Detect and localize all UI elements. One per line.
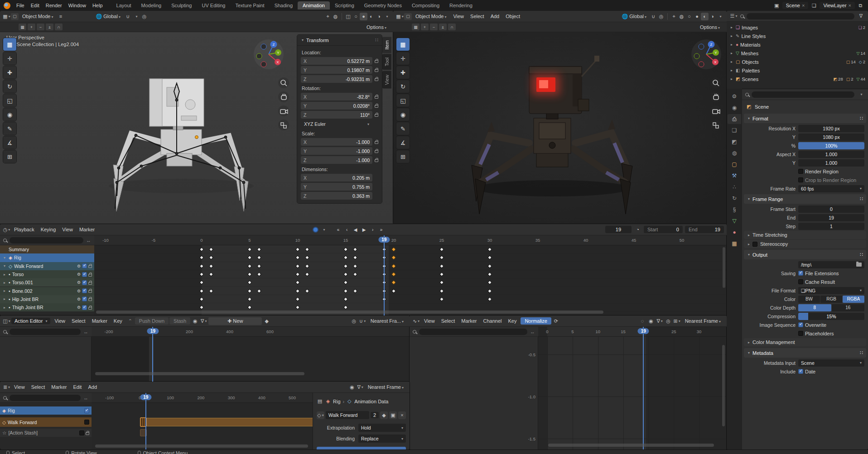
use-preview-range-icon[interactable]: ◔ [634, 226, 641, 234]
viewlayer-icon[interactable]: ❏ [810, 2, 818, 10]
nearest-frame-dropdown[interactable]: Nearest Frame▾ [682, 317, 724, 325]
walk-forward-strip-extension[interactable] [146, 418, 313, 426]
channel-lock-icon[interactable] [88, 282, 92, 285]
channel-enable-checkbox[interactable] [82, 280, 87, 285]
keyframe-lane[interactable] [94, 278, 727, 287]
sidebar-tab-item[interactable]: Item [382, 37, 391, 53]
transform-panel-header[interactable]: ▾ Transform ∷ [297, 35, 382, 46]
blending-dropdown[interactable]: Replace▾ [358, 435, 406, 443]
new-action-button[interactable]: ✚ New [208, 317, 262, 325]
normalize-button[interactable]: Normalize [521, 317, 551, 325]
menu-key[interactable]: Key [111, 317, 125, 325]
modifier-wrench-icon[interactable]: ⚙ [77, 272, 81, 277]
pan-hand-icon[interactable] [278, 91, 289, 102]
value-field-aspect-x[interactable]: 1.000 [798, 151, 864, 158]
dropdown-frame-rate[interactable]: 60 fps▾ [798, 185, 864, 192]
tool-options-dropdown[interactable]: Options▾ [363, 23, 390, 31]
shading-solid-icon[interactable]: ● [693, 13, 701, 20]
auto-keying-record-icon[interactable] [313, 228, 318, 232]
playhead-frame-badge[interactable]: 19 [147, 328, 159, 334]
channel-enable-checkbox[interactable] [82, 263, 87, 268]
proportional-edit-icon[interactable]: ◎ [140, 13, 148, 20]
snap-target-dropdown[interactable]: ▾ [132, 13, 140, 20]
keyframe-lane[interactable] [94, 262, 727, 270]
menu-select[interactable]: Select [68, 317, 89, 325]
channel-walk-forward[interactable]: ▾◇Walk Forward⚙ [0, 262, 94, 270]
pivot-dropdown[interactable]: ⊞▾ [673, 317, 681, 325]
workspace-tab-animation[interactable]: Animation [298, 1, 330, 10]
channel-lock-icon[interactable] [88, 274, 92, 277]
tool-rotate[interactable]: ↻ [396, 80, 410, 93]
editor-type-icon[interactable]: ◷▾ [3, 226, 10, 234]
rotation-z-field[interactable]: Z110° [301, 111, 372, 119]
select-mode-subtract[interactable]: − [430, 24, 438, 30]
extrapolation-dropdown[interactable]: Hold▾ [358, 424, 406, 432]
dropdown-file-format[interactable]: ❏ PNG▾ [798, 287, 864, 294]
menu-edit[interactable]: Edit [28, 1, 43, 10]
section-format[interactable]: ▾Format∷ [744, 114, 866, 123]
nla-track-actionstash[interactable]: ☆[Action Stash] [0, 429, 92, 437]
graph-ruler[interactable]: -50510152530 [538, 327, 727, 337]
zoom-icon[interactable] [710, 77, 721, 88]
properties-tab-world[interactable]: ◍ [728, 148, 741, 158]
workspace-tab-texture-paint[interactable]: Texture Paint [230, 1, 269, 10]
workspace-tab-layout[interactable]: Layout [111, 1, 136, 10]
channel-rig[interactable]: ▾◈Rig [0, 253, 94, 262]
modifier-wrench-icon[interactable]: ⚙ [77, 264, 81, 268]
rotation-y-field[interactable]: Y0.0208° [301, 102, 372, 110]
viewport-right-canvas[interactable]: ▦✛✚↻◱◉✎∡⊞ ZYX [393, 32, 727, 224]
select-mode-subtract[interactable]: − [37, 24, 44, 30]
segment-rgb[interactable]: RGB [820, 296, 842, 303]
viewlayer-remove-icon[interactable]: × [849, 3, 851, 8]
playhead-frame-badge[interactable]: 19 [378, 237, 390, 243]
channel-bone-002[interactable]: ▸•Bone.002⚙ [0, 287, 94, 295]
tool-annotate[interactable]: ✎ [396, 122, 410, 135]
checkbox-overwrite[interactable] [798, 322, 803, 327]
editor-type-icon[interactable]: ∿▾ [412, 317, 420, 325]
channel-torso-001[interactable]: ▸•Torso.001⚙ [0, 278, 94, 287]
tool-add-cube[interactable]: ⊞ [396, 150, 410, 163]
overlays-toggle-icon[interactable]: ◍ [332, 13, 339, 20]
value-field-step[interactable]: 1 [798, 223, 864, 230]
h-scrollbar[interactable] [548, 444, 714, 447]
tool-add-cube[interactable]: ⊞ [3, 150, 16, 163]
properties-tab-tool[interactable]: ⚙ [728, 91, 741, 101]
tool-rotate[interactable]: ↻ [3, 80, 16, 93]
value-field-end[interactable]: 19 [798, 214, 864, 221]
channel-lock-icon[interactable] [88, 265, 92, 268]
shading-rendered-icon[interactable]: ◑ [375, 13, 383, 20]
workspace-tab-modeling[interactable]: Modeling [136, 1, 167, 10]
fake-user-icon[interactable]: ◆ [263, 317, 270, 325]
lock-icon[interactable] [375, 69, 378, 72]
menu-select[interactable]: Select [28, 383, 48, 391]
only-show-selected-icon[interactable]: ◉ [191, 317, 199, 325]
playhead-frame-badge[interactable]: 19 [638, 328, 649, 334]
lock-icon[interactable] [375, 105, 378, 108]
expand-icon[interactable]: ▸ [2, 306, 7, 310]
snap-magnet-icon[interactable]: ∪ [124, 13, 132, 20]
new-action-copy-icon[interactable]: ▣ [389, 411, 397, 419]
menu-view[interactable]: View [51, 317, 68, 325]
menu-edit[interactable]: Edit [70, 383, 85, 391]
location-z-field[interactable]: Z-0.93231 m [301, 75, 372, 83]
section-metadata[interactable]: ▾Metadata∷ [744, 348, 866, 358]
search-input[interactable] [10, 237, 83, 244]
play-button[interactable]: ▶ [360, 226, 368, 234]
action-name-field[interactable]: Walk Forward [326, 411, 369, 419]
properties-tab-view-layer[interactable]: ❏ [728, 125, 741, 135]
subsection-checkbox[interactable] [752, 242, 757, 247]
action-channel-region[interactable] [0, 337, 92, 382]
modifier-wrench-icon[interactable]: ⚙ [77, 289, 81, 293]
nav-gizmo[interactable]: ZYX [253, 38, 285, 70]
properties-tab-modifiers[interactable]: ⚒ [728, 171, 741, 181]
editor-type-icon[interactable]: ▦▾ [3, 13, 10, 20]
snap-magnet-icon[interactable]: ∪ [650, 13, 657, 20]
search-input[interactable] [10, 395, 81, 401]
scale-z-field[interactable]: Z-1.000 [301, 156, 372, 164]
outliner-search-input[interactable] [747, 13, 854, 19]
subsection-time-stretching[interactable]: ▸Time Stretching [744, 231, 866, 239]
checkbox-date[interactable] [798, 369, 803, 374]
tool-scale[interactable]: ◱ [396, 94, 410, 107]
nearest-frame-dropdown[interactable]: Nearest Fra...▾ [367, 317, 407, 325]
tool-transform[interactable]: ◉ [396, 108, 410, 121]
